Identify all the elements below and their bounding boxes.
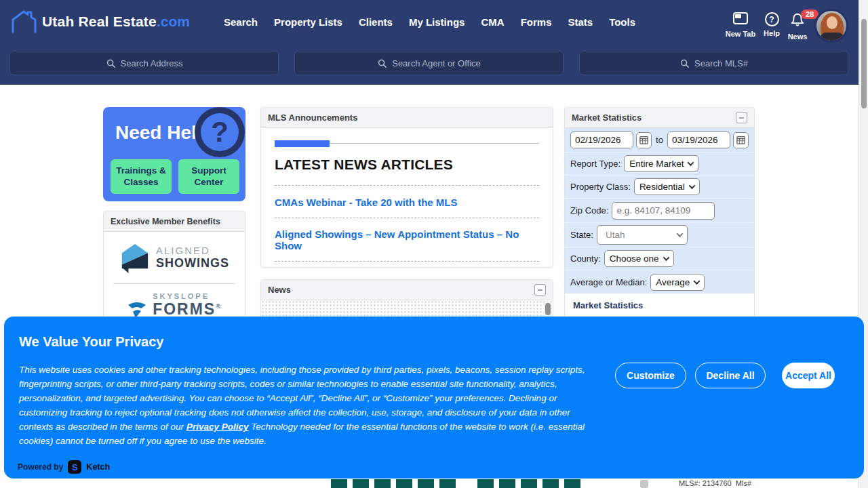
nav-cma[interactable]: CMA: [481, 16, 504, 28]
zip-code-input[interactable]: [612, 202, 715, 220]
search-icon: [106, 58, 116, 68]
results-heading: Market Statistics: [573, 300, 746, 310]
member-benefits-title: Exclusive Member Benefits: [111, 217, 220, 226]
report-type-select[interactable]: Entire Market: [624, 155, 698, 172]
privacy-body: This website uses cookies and other trac…: [19, 363, 597, 448]
search-agent-input[interactable]: Search Agent or Office: [294, 51, 564, 75]
market-statistics-header: Market Statistics: [565, 108, 754, 128]
dashed-divider: [275, 185, 539, 186]
chevron-down-icon: [694, 278, 701, 285]
search-mls-placeholder: Search MLS#: [694, 58, 748, 68]
nav-clients[interactable]: Clients: [359, 16, 393, 28]
progress-bar: [275, 140, 539, 147]
new-tab-button[interactable]: New Tab: [723, 12, 758, 38]
date-range-row: to: [565, 128, 754, 152]
chevron-down-icon: [663, 254, 669, 261]
accept-all-button[interactable]: Accept All: [782, 363, 835, 388]
house-logo-icon: [9, 9, 38, 34]
search-agent-placeholder: Search Agent or Office: [392, 58, 481, 68]
article-link[interactable]: CMAs Webinar - Take 20 with the MLS: [275, 197, 539, 208]
aligned-line2: SHOWINGS: [156, 256, 229, 270]
avg-median-select[interactable]: Average: [650, 274, 705, 291]
nav-search[interactable]: Search: [224, 16, 258, 28]
search-icon: [377, 58, 387, 68]
ketch-icon: S: [68, 460, 81, 474]
news-panel-title: News: [268, 285, 291, 295]
avatar-body: [821, 33, 844, 43]
calendar-icon[interactable]: [636, 132, 652, 148]
utah-real-estate-app: Utah Real Estate.com Search Property Lis…: [0, 0, 868, 488]
powered-by-label: Powered by: [18, 462, 63, 472]
zip-code-label: Zip Code:: [570, 205, 608, 216]
state-select[interactable]: Utah: [597, 225, 688, 245]
user-avatar[interactable]: [814, 9, 848, 43]
nav-tools[interactable]: Tools: [609, 16, 635, 28]
search-address-input[interactable]: Search Address: [9, 51, 279, 75]
avg-median-row: Average or Median: Average: [565, 270, 754, 293]
aligned-showings-icon: [119, 241, 151, 274]
calendar-icon[interactable]: [733, 132, 749, 148]
collapse-icon[interactable]: [534, 284, 546, 296]
member-benefits-header: Exclusive Member Benefits: [104, 211, 245, 232]
county-row: County: Choose one: [565, 247, 754, 270]
latest-news-heading: LATEST NEWS ARTICLES: [275, 157, 539, 173]
trainings-classes-button[interactable]: Trainings & Classes: [111, 159, 172, 194]
dashed-divider: [275, 218, 539, 218]
date-to-label: to: [654, 135, 665, 145]
skyslope-line2: FORMS®: [153, 300, 222, 319]
news-button[interactable]: 28 News: [780, 12, 815, 41]
mls-announcements-header: MLS Announcements: [261, 108, 553, 128]
nav-forms[interactable]: Forms: [521, 16, 552, 28]
property-class-select[interactable]: Residential: [634, 178, 700, 195]
site-logo[interactable]: Utah Real Estate.com: [9, 9, 190, 34]
logo-tld: .com: [157, 14, 190, 29]
help-icon: ?: [765, 12, 779, 26]
skyslope-forms-logo[interactable]: SKYSLOPE FORMS®: [104, 284, 245, 320]
ketch-label: Ketch: [86, 462, 110, 472]
powered-by-ketch[interactable]: Powered by S Ketch: [18, 460, 110, 474]
property-class-label: Property Class:: [570, 182, 631, 192]
date-to-input[interactable]: [667, 131, 730, 148]
search-mls-input[interactable]: Search MLS#: [579, 51, 848, 75]
privacy-title: We Value Your Privacy: [19, 334, 163, 350]
privacy-consent-banner: We Value Your Privacy This website uses …: [4, 317, 864, 479]
page-scrollbar-thumb[interactable]: [861, 19, 867, 108]
date-from-input[interactable]: [570, 131, 633, 148]
new-tab-icon: [733, 12, 748, 24]
mls-number-fragment: MLS#: 2134760 Mls#: [679, 479, 751, 487]
decline-all-button[interactable]: Decline All: [695, 363, 766, 388]
mls-announcements-title: MLS Announcements: [268, 113, 357, 123]
nav-property-lists[interactable]: Property Lists: [274, 16, 342, 28]
state-label: State:: [570, 230, 593, 240]
news-label: News: [780, 33, 815, 41]
customize-button[interactable]: Customize: [615, 363, 686, 388]
search-icon: [679, 58, 690, 68]
privacy-policy-link[interactable]: Privacy Policy: [186, 422, 249, 432]
avg-median-label: Average or Median:: [570, 277, 647, 287]
logo-text: Utah Real Estate: [42, 14, 157, 29]
county-select[interactable]: Choose one: [604, 250, 674, 267]
report-type-label: Report Type:: [570, 159, 620, 169]
new-tab-label: New Tab: [723, 30, 758, 38]
mls-announcements-panel: MLS Announcements LATEST NEWS ARTICLES C…: [260, 107, 553, 268]
news-scrollbar-thumb[interactable]: [545, 303, 551, 315]
skyslope-line1: SKYSLOPE: [153, 292, 222, 300]
aligned-showings-logo[interactable]: ALIGNED SHOWINGS: [104, 232, 245, 274]
avatar-face: [827, 16, 837, 29]
report-type-row: Report Type: Entire Market: [565, 152, 754, 176]
collapse-icon[interactable]: [736, 112, 747, 123]
nav-stats[interactable]: Stats: [568, 16, 593, 28]
registered-mark: ®: [216, 303, 222, 310]
question-mark-icon: ?: [195, 107, 245, 157]
nav-my-listings[interactable]: My Listings: [409, 16, 465, 28]
article-link[interactable]: Aligned Showings – New Appointment Statu…: [275, 228, 539, 251]
zip-code-row: Zip Code:: [565, 199, 754, 223]
search-address-placeholder: Search Address: [121, 58, 183, 68]
top-header: Utah Real Estate.com Search Property Lis…: [0, 0, 868, 85]
main-nav: Search Property Lists Clients My Listing…: [224, 16, 635, 28]
property-class-row: Property Class: Residential: [565, 176, 754, 199]
scrollbar-thumb-fragment: [640, 480, 648, 488]
news-panel-header: News: [261, 280, 553, 300]
support-center-button[interactable]: Support Center: [178, 159, 239, 194]
state-row: State: Utah: [565, 223, 754, 247]
